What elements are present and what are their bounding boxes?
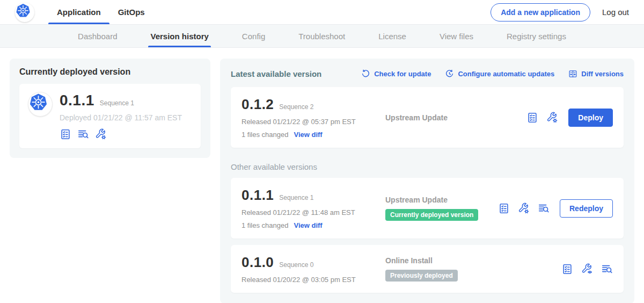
check-for-update-link[interactable]: Check for update: [361, 69, 431, 78]
tab-application-label: Application: [57, 8, 101, 17]
view-config-icon[interactable]: [581, 263, 593, 275]
sequence-label: Sequence 2: [279, 103, 313, 111]
subtab-label: Dashboard: [78, 32, 117, 41]
version-source-label: Online Install: [385, 256, 561, 265]
version-card-0-1-1: 0.1.1 Sequence 1 Released 01/21/22 @ 11:…: [231, 178, 624, 239]
edit-config-icon[interactable]: [546, 112, 558, 124]
subtab-version-history[interactable]: Version history: [149, 25, 209, 47]
version-source-label: Upstream Update: [385, 113, 526, 122]
version-number: 0.1.2: [241, 96, 274, 113]
version-number: 0.1.0: [241, 254, 274, 271]
sequence-label: Sequence 0: [279, 261, 313, 269]
subtab-license[interactable]: License: [377, 25, 407, 47]
currently-deployed-panel: Currently deployed version 0.1.1 Sequenc…: [10, 59, 210, 158]
subtab-view-files[interactable]: View files: [438, 25, 474, 47]
tab-gitops[interactable]: GitOps: [109, 0, 153, 24]
redeploy-button[interactable]: Redeploy: [560, 199, 613, 218]
tab-gitops-label: GitOps: [118, 8, 145, 17]
subtab-registry-settings[interactable]: Registry settings: [506, 25, 567, 47]
release-notes-icon[interactable]: [601, 263, 613, 275]
logout-button[interactable]: Log out: [602, 8, 629, 17]
view-diff-link[interactable]: View diff: [294, 131, 322, 139]
subtab-label: View files: [440, 32, 473, 41]
deploy-button[interactable]: Deploy: [568, 109, 613, 127]
latest-available-title: Latest available version: [231, 69, 321, 78]
app-tabs: Application GitOps: [48, 0, 153, 24]
deployed-timestamp: Deployed 01/21/22 @ 11:57 am EST: [60, 113, 182, 122]
configure-updates-label: Configure automatic updates: [458, 70, 554, 78]
subtab-label: Registry settings: [507, 32, 566, 41]
deployed-panel-title: Currently deployed version: [19, 67, 201, 77]
tab-application[interactable]: Application: [48, 0, 109, 24]
subtab-label: Troubleshoot: [298, 32, 345, 41]
add-application-button[interactable]: Add a new application: [491, 3, 590, 21]
version-source-label: Upstream Update: [385, 196, 498, 204]
sequence-label: Sequence 1: [279, 194, 313, 201]
deployed-sequence-label: Sequence 1: [100, 99, 134, 107]
version-history-panel: Latest available version Check for updat…: [220, 59, 634, 303]
main-content: Currently deployed version 0.1.1 Sequenc…: [0, 48, 644, 303]
deployed-version-number: 0.1.1: [60, 92, 94, 109]
kubernetes-wheel-icon: [15, 3, 34, 22]
subtab-troubleshoot[interactable]: Troubleshoot: [297, 25, 346, 47]
release-notes-icon[interactable]: [538, 203, 550, 214]
diff-versions-icon: [568, 69, 577, 78]
view-diff-link[interactable]: View diff: [294, 221, 322, 229]
deployed-version-card: 0.1.1 Sequence 1 Deployed 01/21/22 @ 11:…: [19, 84, 201, 148]
kubernetes-wheel-icon: [28, 92, 52, 116]
subtab-label: Config: [242, 32, 265, 41]
edit-config-icon[interactable]: [518, 203, 530, 214]
released-timestamp: Released 01/20/22 @ 03:05 pm EST: [241, 276, 380, 284]
released-timestamp: Released 01/21/22 @ 05:37 pm EST: [241, 118, 380, 126]
checklist-icon[interactable]: [60, 128, 71, 140]
subtab-config[interactable]: Config: [241, 25, 266, 47]
version-number: 0.1.1: [241, 187, 274, 204]
files-changed-label: 1 files changed: [241, 221, 288, 229]
diff-versions-link[interactable]: Diff versions: [568, 69, 624, 78]
version-card-0-1-0: 0.1.0 Sequence 0 Released 01/20/22 @ 03:…: [231, 245, 624, 293]
checklist-icon[interactable]: [526, 112, 538, 124]
release-notes-icon[interactable]: [77, 128, 89, 140]
released-timestamp: Released 01/21/22 @ 11:48 am EST: [241, 208, 380, 217]
app-logo: [28, 92, 53, 117]
refresh-icon: [361, 69, 370, 78]
app-subnav: Dashboard Version history Config Trouble…: [0, 25, 644, 48]
topnav-right: Add a new application Log out: [491, 3, 629, 21]
currently-deployed-badge: Currently deployed version: [385, 209, 478, 221]
top-navbar: Application GitOps Add a new application…: [0, 0, 644, 25]
checklist-icon[interactable]: [498, 203, 510, 214]
edit-config-icon[interactable]: [95, 128, 107, 140]
version-card-0-1-2: 0.1.2 Sequence 2 Released 01/21/22 @ 05:…: [231, 87, 624, 148]
auto-update-icon: [445, 69, 454, 78]
checklist-icon[interactable]: [561, 263, 573, 275]
previously-deployed-badge: Previously deployed: [385, 270, 458, 282]
subtab-dashboard[interactable]: Dashboard: [77, 25, 118, 47]
check-for-update-label: Check for update: [374, 70, 431, 78]
diff-versions-label: Diff versions: [581, 70, 624, 78]
other-available-title: Other available versions: [231, 162, 624, 171]
kubernetes-logo-icon: [15, 3, 34, 22]
files-changed-label: 1 files changed: [241, 131, 288, 139]
subtab-label: License: [378, 32, 406, 41]
configure-automatic-updates-link[interactable]: Configure automatic updates: [445, 69, 554, 78]
subtab-label: Version history: [150, 32, 208, 41]
